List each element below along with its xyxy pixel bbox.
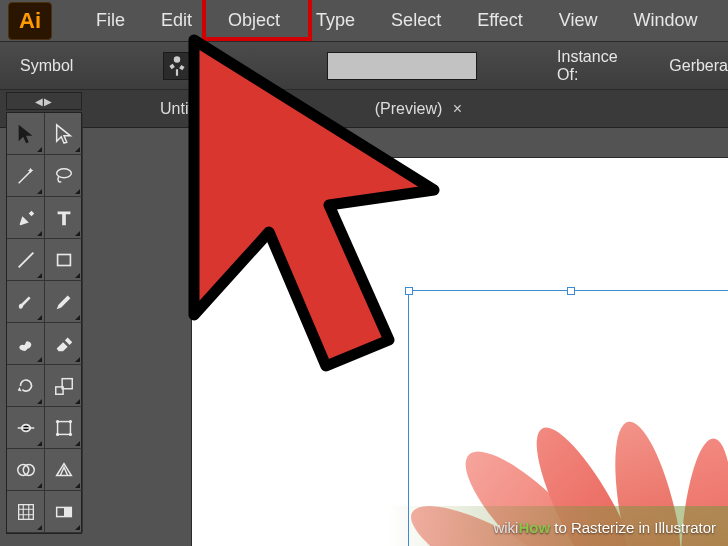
instance-of-value: Gerbera bbox=[669, 57, 728, 75]
width-tool[interactable] bbox=[7, 407, 45, 449]
gradient-tool[interactable] bbox=[45, 491, 83, 533]
collapse-arrows-icon: ◀▶ bbox=[35, 96, 53, 107]
shape-builder-icon bbox=[15, 459, 37, 481]
wand-icon bbox=[15, 165, 37, 187]
mesh-tool[interactable] bbox=[7, 491, 45, 533]
rect-icon bbox=[53, 249, 75, 271]
direct-selection-tool[interactable] bbox=[45, 113, 83, 155]
large-cursor-illustration bbox=[154, 30, 464, 390]
eraser-tool[interactable] bbox=[45, 323, 83, 365]
type-icon bbox=[53, 207, 75, 229]
svg-point-6 bbox=[68, 419, 71, 422]
menu-effect[interactable]: Effect bbox=[459, 2, 541, 39]
shape-builder-tool[interactable] bbox=[7, 449, 45, 491]
cursor-outline-icon bbox=[53, 123, 75, 145]
mesh-icon bbox=[15, 501, 37, 523]
paintbrush-tool[interactable] bbox=[7, 281, 45, 323]
svg-rect-11 bbox=[18, 504, 33, 519]
svg-point-8 bbox=[68, 432, 71, 435]
perspective-tool[interactable] bbox=[45, 449, 83, 491]
control-symbol-label: Symbol bbox=[20, 57, 73, 75]
svg-point-7 bbox=[55, 432, 58, 435]
line-tool[interactable] bbox=[7, 239, 45, 281]
blob-icon bbox=[15, 333, 37, 355]
rectangle-tool[interactable] bbox=[45, 239, 83, 281]
pen-icon bbox=[15, 207, 37, 229]
blob-brush-tool[interactable] bbox=[7, 323, 45, 365]
selection-tool[interactable] bbox=[7, 113, 45, 155]
watermark-tail: to Rasterize in Illustrator bbox=[550, 519, 716, 536]
type-tool[interactable] bbox=[45, 197, 83, 239]
free-transform-tool[interactable] bbox=[45, 407, 83, 449]
menu-window[interactable]: Window bbox=[616, 2, 716, 39]
width-icon bbox=[15, 417, 37, 439]
eraser-icon bbox=[53, 333, 75, 355]
menu-file[interactable]: File bbox=[78, 2, 143, 39]
app-logo: Ai bbox=[8, 2, 52, 40]
svg-rect-4 bbox=[57, 421, 70, 434]
svg-point-0 bbox=[56, 168, 71, 177]
tools-panel bbox=[6, 112, 82, 534]
pencil-icon bbox=[53, 291, 75, 313]
watermark: wikiHow to Rasterize in Illustrator bbox=[493, 519, 716, 536]
magic-wand-tool[interactable] bbox=[7, 155, 45, 197]
lasso-icon bbox=[53, 165, 75, 187]
rotate-tool[interactable] bbox=[7, 365, 45, 407]
selection-handle[interactable] bbox=[567, 287, 575, 295]
svg-rect-1 bbox=[57, 254, 70, 265]
scale-tool[interactable] bbox=[45, 365, 83, 407]
cursor-solid-icon bbox=[15, 123, 37, 145]
watermark-how: How bbox=[518, 519, 550, 536]
rotate-icon bbox=[15, 375, 37, 397]
tools-panel-handle[interactable]: ◀▶ bbox=[6, 92, 82, 110]
pencil-tool[interactable] bbox=[45, 281, 83, 323]
gradient-icon bbox=[53, 501, 75, 523]
pen-tool[interactable] bbox=[7, 197, 45, 239]
perspective-icon bbox=[53, 459, 75, 481]
svg-point-5 bbox=[55, 419, 58, 422]
watermark-wiki: wiki bbox=[493, 519, 518, 536]
menu-view[interactable]: View bbox=[541, 2, 616, 39]
instance-of-label: Instance Of: bbox=[557, 48, 643, 84]
free-transform-icon bbox=[53, 417, 75, 439]
brush-icon bbox=[15, 291, 37, 313]
lasso-tool[interactable] bbox=[45, 155, 83, 197]
scale-icon bbox=[53, 375, 75, 397]
line-icon bbox=[15, 249, 37, 271]
